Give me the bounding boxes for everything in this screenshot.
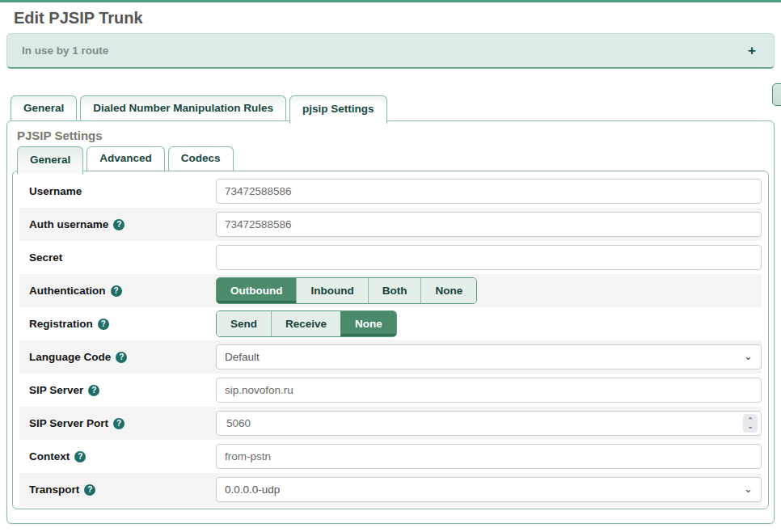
context-input[interactable] bbox=[216, 444, 762, 469]
help-icon[interactable]: ? bbox=[88, 385, 99, 396]
sub-tabs: GeneralAdvancedCodecs bbox=[17, 146, 774, 174]
field-label: Secret bbox=[29, 251, 62, 264]
tab-general[interactable]: General bbox=[11, 95, 77, 120]
form-row-auth-username: Auth username? bbox=[19, 208, 762, 241]
authentication-option-both[interactable]: Both bbox=[368, 278, 421, 303]
control-cell: ⌃⌄ bbox=[216, 411, 762, 436]
field-label: SIP Server bbox=[29, 384, 83, 396]
form-row-sip-server: SIP Server? bbox=[19, 374, 762, 407]
control-cell bbox=[216, 212, 762, 237]
form-rows: UsernameAuth username?SecretAuthenticati… bbox=[19, 175, 762, 506]
transport-select[interactable]: 0.0.0.0-udp⌄ bbox=[216, 477, 762, 502]
field-label: SIP Server Port bbox=[29, 417, 108, 429]
form-row-transport: Transport?0.0.0.0-udp⌄ bbox=[19, 473, 762, 506]
general-subtab-panel: UsernameAuth username?SecretAuthenticati… bbox=[12, 171, 769, 509]
label-cell: SIP Server Port? bbox=[19, 417, 216, 429]
secret-input[interactable] bbox=[216, 245, 762, 270]
field-label: Auth username bbox=[29, 218, 108, 230]
help-icon[interactable]: ? bbox=[111, 285, 122, 297]
control-cell: Default⌄ bbox=[216, 344, 762, 369]
control-cell: OutboundInboundBothNone bbox=[216, 277, 762, 304]
tab-dialed-number-manipulation-rules[interactable]: Dialed Number Manipulation Rules bbox=[80, 95, 286, 120]
help-icon[interactable]: ? bbox=[84, 484, 95, 496]
registration-option-send[interactable]: Send bbox=[217, 311, 271, 336]
label-cell: Username bbox=[19, 185, 216, 197]
spinner-down-icon[interactable]: ⌄ bbox=[747, 424, 754, 429]
number-spinner[interactable]: ⌃⌄ bbox=[743, 414, 758, 433]
page-title: Edit PJSIP Trunk bbox=[14, 8, 781, 27]
main-tabs: GeneralDialed Number Manipulation Rulesp… bbox=[11, 95, 781, 124]
form-row-registration: Registration?SendReceiveNone bbox=[19, 307, 762, 340]
tab-pjsip-settings[interactable]: pjsip Settings bbox=[289, 95, 387, 124]
help-icon[interactable]: ? bbox=[113, 219, 125, 230]
control-cell bbox=[216, 378, 762, 403]
section-title: PJSIP Settings bbox=[17, 129, 764, 143]
field-label: Authentication bbox=[29, 285, 106, 297]
form-row-username: Username bbox=[19, 175, 762, 208]
control-cell bbox=[216, 245, 762, 270]
select-value: Default bbox=[225, 351, 260, 363]
field-label: Registration bbox=[29, 318, 93, 330]
form-row-sip-server-port: SIP Server Port?⌃⌄ bbox=[19, 407, 762, 440]
subtab-advanced[interactable]: Advanced bbox=[87, 146, 165, 171]
control-cell bbox=[216, 179, 762, 204]
sip-server-port-number-input[interactable]: ⌃⌄ bbox=[216, 411, 762, 436]
sip-server-input[interactable] bbox=[216, 378, 762, 403]
plus-icon[interactable]: + bbox=[748, 44, 756, 57]
control-cell: SendReceiveNone bbox=[216, 310, 762, 337]
form-row-language-code: Language Code?Default⌄ bbox=[19, 340, 762, 374]
language-code-select[interactable]: Default⌄ bbox=[216, 344, 762, 369]
help-icon[interactable]: ? bbox=[113, 418, 125, 429]
chevron-down-icon: ⌄ bbox=[744, 351, 753, 361]
authentication-option-inbound[interactable]: Inbound bbox=[296, 278, 367, 303]
label-cell: Secret bbox=[19, 251, 216, 264]
registration-button-group: SendReceiveNone bbox=[216, 310, 397, 337]
label-cell: Language Code? bbox=[19, 351, 216, 363]
subtab-general[interactable]: General bbox=[17, 146, 83, 174]
authentication-button-group: OutboundInboundBothNone bbox=[216, 277, 477, 304]
chevron-down-icon: ⌄ bbox=[744, 483, 753, 494]
control-cell: 0.0.0.0-udp⌄ bbox=[216, 477, 762, 502]
control-cell bbox=[216, 444, 762, 469]
username-input[interactable] bbox=[216, 179, 762, 204]
form-row-authentication: Authentication?OutboundInboundBothNone bbox=[19, 274, 762, 307]
sip-server-port-value[interactable] bbox=[225, 416, 743, 430]
label-cell: Context? bbox=[19, 450, 216, 462]
field-label: Language Code bbox=[29, 351, 111, 363]
label-cell: Registration? bbox=[19, 318, 216, 330]
label-cell: Transport? bbox=[19, 483, 216, 496]
authentication-option-outbound[interactable]: Outbound bbox=[217, 278, 296, 303]
registration-option-none[interactable]: None bbox=[340, 311, 396, 336]
authentication-option-none[interactable]: None bbox=[420, 278, 476, 303]
help-icon[interactable]: ? bbox=[98, 319, 109, 330]
usage-panel[interactable]: In use by 1 route + bbox=[6, 33, 775, 69]
form-row-context: Context? bbox=[19, 440, 762, 473]
pjsip-settings-panel: PJSIP Settings GeneralAdvancedCodecs Use… bbox=[6, 120, 775, 524]
field-label: Transport bbox=[29, 483, 79, 496]
subtab-codecs[interactable]: Codecs bbox=[168, 146, 234, 171]
select-value: 0.0.0.0-udp bbox=[225, 483, 280, 496]
label-cell: Authentication? bbox=[19, 285, 216, 297]
help-icon[interactable]: ? bbox=[74, 451, 86, 462]
help-icon[interactable]: ? bbox=[116, 352, 127, 363]
field-label: Context bbox=[29, 450, 70, 462]
usage-label: In use by 1 route bbox=[22, 44, 108, 57]
registration-option-receive[interactable]: Receive bbox=[271, 311, 340, 336]
label-cell: Auth username? bbox=[19, 218, 216, 230]
field-label: Username bbox=[29, 185, 82, 197]
label-cell: SIP Server? bbox=[19, 384, 216, 396]
auth-username-input[interactable] bbox=[216, 212, 762, 237]
form-row-secret: Secret bbox=[19, 241, 762, 274]
